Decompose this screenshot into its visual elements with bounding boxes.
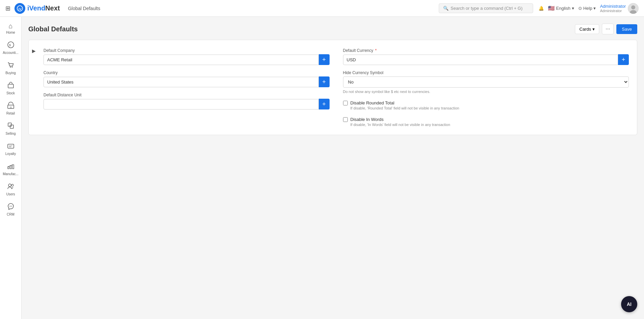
loyalty-icon (7, 142, 14, 151)
nav-icons: 🔔 🇺🇸 English ▾ ⊙ Help ▾ Administrator Ad… (539, 3, 639, 14)
country-label: Country (43, 70, 330, 75)
svg-point-7 (10, 67, 11, 68)
country-row: + (43, 76, 330, 87)
user-name: Administrator (600, 4, 626, 9)
avatar (628, 3, 639, 14)
sidebar-item-manufacturing[interactable]: Manufac... (1, 160, 20, 179)
default-distance-unit-field: Default Distance Unit + (43, 93, 330, 109)
disable-in-words-checkbox[interactable] (343, 117, 348, 122)
buying-icon (7, 61, 14, 70)
svg-point-20 (9, 206, 10, 206)
svg-point-22 (11, 206, 12, 206)
cards-button[interactable]: Cards ▾ (575, 24, 599, 34)
logo-icon: iV (14, 3, 25, 14)
sidebar-item-crm[interactable]: CRM (1, 200, 20, 219)
form-grid: Default Company + Country + Default Dist… (37, 48, 629, 127)
default-distance-unit-add-button[interactable]: + (319, 99, 330, 109)
default-currency-label: Default Currency * (343, 48, 629, 53)
flag-icon: 🇺🇸 (548, 5, 555, 11)
svg-rect-16 (10, 166, 11, 169)
svg-point-8 (11, 67, 12, 68)
top-navigation: ⊞ iV iVendNext Global Defaults 🔍 Search … (0, 0, 644, 17)
svg-text:$: $ (9, 43, 11, 47)
stock-icon (7, 82, 14, 91)
default-currency-add-button[interactable]: + (618, 54, 629, 65)
form-right-column: Default Currency * + Hide Currency Symbo… (343, 48, 629, 127)
hide-currency-hint: Do not show any symbol like $ etc next t… (343, 90, 629, 94)
hide-currency-symbol-select[interactable]: No Yes (343, 76, 629, 88)
default-company-add-button[interactable]: + (319, 54, 330, 65)
sidebar-item-stock[interactable]: Stock (1, 79, 20, 98)
notifications-button[interactable]: 🔔 (539, 6, 544, 11)
default-distance-unit-row: + (43, 99, 330, 109)
country-field: Country + (43, 70, 330, 87)
svg-point-21 (10, 206, 11, 206)
sidebar-item-retail[interactable]: Retail (1, 99, 20, 118)
logo[interactable]: iV iVendNext (14, 3, 60, 14)
main-content: Global Defaults Cards ▾ ··· Save ▶ Defau… (22, 17, 644, 319)
page-header: Global Defaults Cards ▾ ··· Save (28, 24, 637, 34)
sidebar-item-loyalty[interactable]: Loyalty (1, 139, 20, 158)
default-company-input[interactable] (43, 55, 319, 65)
logo-text: iVendNext (27, 4, 60, 12)
section-toggle-icon[interactable]: ▶ (32, 48, 36, 54)
users-icon (7, 183, 14, 192)
save-button[interactable]: Save (616, 24, 637, 34)
sidebar: ⌂ Home $ Accounti... Buying Stoc (0, 17, 22, 319)
home-icon: ⌂ (8, 22, 12, 30)
default-company-label: Default Company (43, 48, 330, 53)
default-currency-row: + (343, 54, 629, 65)
disable-rounded-total-checkbox[interactable] (343, 101, 348, 105)
user-role: Administrator (600, 9, 626, 13)
cards-chevron-icon: ▾ (592, 27, 595, 32)
disable-rounded-total-label[interactable]: Disable Rounded Total (350, 100, 395, 105)
sidebar-item-selling[interactable]: Selling (1, 119, 20, 138)
default-currency-input[interactable] (343, 55, 618, 65)
country-add-button[interactable]: + (319, 76, 330, 87)
form-left-column: Default Company + Country + Default Dist… (43, 48, 330, 127)
retail-icon (7, 102, 14, 111)
disable-in-words-group: Disable In Words If disable, 'In Words' … (343, 117, 629, 127)
svg-rect-9 (8, 84, 13, 88)
svg-rect-13 (10, 125, 13, 128)
default-currency-field: Default Currency * + (343, 48, 629, 65)
disable-rounded-total-hint: If disable, 'Rounded Total' field will n… (350, 106, 459, 110)
nav-title: Global Defaults (68, 6, 100, 11)
accounting-icon: $ (7, 41, 14, 50)
selling-icon (7, 122, 14, 131)
help-button[interactable]: ⊙ Help ▾ (578, 6, 596, 11)
user-info[interactable]: Administrator Administrator (600, 3, 639, 14)
page-title: Global Defaults (28, 25, 78, 33)
default-distance-unit-input[interactable] (43, 99, 319, 109)
svg-point-3 (631, 5, 635, 9)
manufacturing-icon (7, 162, 14, 171)
grid-menu-icon[interactable]: ⊞ (5, 5, 10, 12)
help-icon: ⊙ (578, 6, 582, 11)
search-bar[interactable]: 🔍 Search or type a command (Ctrl + G) (439, 3, 533, 13)
help-chevron-icon: ▾ (593, 6, 596, 11)
sidebar-item-users[interactable]: Users (1, 180, 20, 199)
search-icon: 🔍 (443, 6, 449, 11)
sidebar-item-home[interactable]: ⌂ Home (1, 20, 20, 37)
svg-rect-15 (8, 167, 9, 169)
default-distance-unit-label: Default Distance Unit (43, 93, 330, 97)
hide-currency-symbol-field: Hide Currency Symbol No Yes Do not show … (343, 70, 629, 94)
svg-point-18 (8, 184, 11, 187)
svg-rect-14 (8, 144, 14, 148)
disable-in-words-label[interactable]: Disable In Words (350, 117, 384, 122)
sidebar-item-buying[interactable]: Buying (1, 59, 20, 77)
search-placeholder: Search or type a command (Ctrl + G) (451, 6, 523, 11)
ai-button[interactable]: AI (621, 296, 637, 312)
language-button[interactable]: 🇺🇸 English ▾ (548, 5, 574, 11)
hide-currency-symbol-label: Hide Currency Symbol (343, 70, 629, 75)
svg-text:iV: iV (19, 7, 22, 10)
crm-icon (7, 203, 14, 212)
default-company-row: + (43, 54, 330, 65)
country-input[interactable] (43, 77, 319, 87)
disable-in-words-hint: If disable, 'In Words' field will not be… (350, 123, 450, 127)
disable-rounded-total-group: Disable Rounded Total If disable, 'Round… (343, 100, 629, 110)
sidebar-item-accounting[interactable]: $ Accounti... (1, 38, 20, 57)
more-options-button[interactable]: ··· (602, 24, 614, 34)
svg-rect-12 (8, 123, 11, 126)
svg-rect-11 (10, 106, 12, 108)
